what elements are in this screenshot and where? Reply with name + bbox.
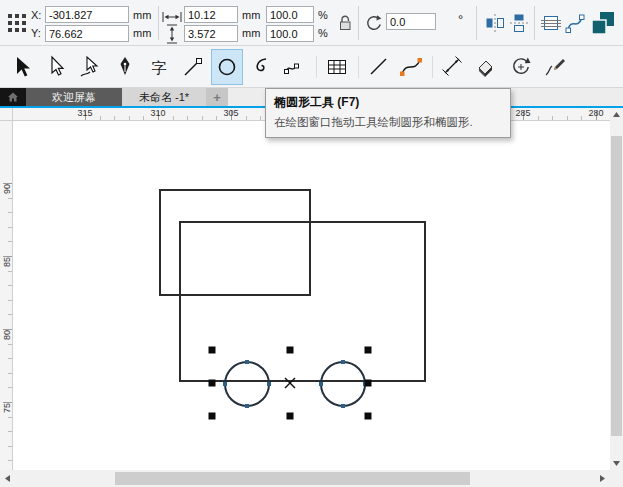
straight-line-tool[interactable] — [364, 50, 394, 84]
object-width-input[interactable] — [184, 6, 238, 23]
bezier-curve-icon — [399, 55, 423, 79]
rotation-icon — [364, 14, 382, 32]
home-tab[interactable] — [0, 88, 26, 106]
shape-tool[interactable] — [40, 50, 70, 84]
ruler-label: 315 — [77, 108, 92, 118]
mirror-vertical-button[interactable] — [508, 11, 530, 35]
scroll-down-button[interactable] — [610, 457, 623, 470]
welcome-tab-label: 欢迎屏幕 — [52, 90, 96, 105]
object-width-icon — [162, 11, 182, 23]
horizontal-scrollbar[interactable] — [0, 470, 610, 487]
ellipse-object-2[interactable] — [321, 362, 365, 406]
ellipse-tool[interactable] — [212, 50, 242, 84]
scale-y-input[interactable] — [266, 25, 314, 42]
freehand-pick-icon — [77, 55, 101, 79]
ruler-label: 305 — [223, 108, 238, 118]
object-position-grid-icon — [6, 12, 28, 34]
selection-handle-bottom-right[interactable] — [365, 413, 372, 420]
pen-nib-icon — [113, 55, 137, 79]
scale-y-unit-label: % — [318, 27, 328, 39]
pick-arrow-icon — [9, 55, 33, 79]
y-unit-label: mm — [133, 27, 151, 39]
ruler-label: 80 — [1, 329, 13, 342]
property-bar: X: mm Y: mm mm mm % % — [0, 0, 623, 46]
new-tab-label: + — [213, 90, 221, 105]
ruler-label: 280 — [588, 108, 603, 118]
vertical-ruler[interactable]: 90858075 — [0, 121, 13, 470]
convert-to-curves-button[interactable] — [564, 11, 586, 35]
separator — [358, 6, 359, 40]
freehand-pick-tool[interactable] — [74, 50, 104, 84]
tab-document[interactable]: 未命名 -1* — [122, 88, 206, 106]
pen-tool[interactable] — [110, 50, 140, 84]
selection-handle-middle-left[interactable] — [209, 380, 216, 387]
selection-handle-top-center[interactable] — [287, 347, 294, 354]
scroll-up-button[interactable] — [610, 108, 623, 121]
scrollbar-corner — [610, 470, 623, 487]
three-point-curve-tool[interactable] — [246, 50, 276, 84]
separator — [534, 6, 535, 40]
rotation-unit-label: ° — [458, 12, 463, 27]
separator — [476, 6, 477, 40]
scale-x-input[interactable] — [266, 6, 314, 23]
new-document-tab-button[interactable]: + — [206, 88, 228, 106]
x-position-input[interactable] — [45, 6, 129, 23]
y-position-input[interactable] — [45, 25, 129, 42]
ruler-label: 285 — [515, 108, 530, 118]
separator — [316, 56, 317, 78]
rotation-angle-input[interactable] — [386, 13, 436, 30]
straight-line-icon — [367, 55, 391, 79]
smart-drawing-tool[interactable] — [540, 50, 570, 84]
separator — [358, 56, 359, 78]
horizontal-scroll-thumb[interactable] — [115, 472, 470, 485]
document-tab-label: 未命名 -1* — [139, 90, 189, 105]
vertical-scrollbar[interactable] — [610, 108, 623, 470]
selection-center-marker — [285, 378, 295, 388]
mirror-horizontal-button[interactable] — [484, 11, 506, 35]
selection-handle-middle-right[interactable] — [365, 380, 372, 387]
table-grid-icon — [325, 55, 349, 79]
scale-x-unit-label: % — [318, 9, 328, 21]
scroll-right-button[interactable] — [595, 470, 610, 487]
shape-arrow-icon — [43, 55, 67, 79]
tab-welcome-screen[interactable]: 欢迎屏幕 — [26, 88, 122, 106]
text-tool[interactable]: 字 — [144, 50, 174, 84]
bezier-tool[interactable] — [396, 50, 426, 84]
separator — [432, 56, 433, 78]
height-unit-label: mm — [242, 27, 260, 39]
drawing-area[interactable] — [13, 121, 610, 470]
wrap-text-button[interactable] — [540, 11, 562, 35]
selection-handle-bottom-left[interactable] — [209, 413, 216, 420]
scroll-up-arrow-icon — [612, 110, 621, 119]
ellipse-node-markers — [223, 360, 367, 408]
selection-handle-top-right[interactable] — [365, 347, 372, 354]
two-point-line-tool[interactable] — [178, 50, 208, 84]
object-height-input[interactable] — [184, 25, 238, 42]
tooltip-title: 椭圆形工具 (F7) — [274, 94, 502, 111]
dimension-icon — [441, 55, 465, 79]
lock-ratio-icon[interactable] — [336, 12, 354, 34]
scroll-down-arrow-icon — [612, 459, 621, 468]
table-tool[interactable] — [322, 50, 352, 84]
ellipse-object-1[interactable] — [225, 362, 269, 406]
ruler-label: 90 — [1, 183, 13, 196]
copy-attributes-button[interactable] — [589, 9, 617, 37]
ruler-label: 75 — [1, 402, 13, 415]
ruler-label: 310 — [150, 108, 165, 118]
selection-handle-top-left[interactable] — [209, 347, 216, 354]
freehand-line-tool[interactable] — [280, 50, 310, 84]
free-transform-tool[interactable] — [506, 50, 536, 84]
dimension-tool[interactable] — [438, 50, 468, 84]
object-height-icon — [166, 24, 178, 44]
rotate-arrows-icon — [509, 55, 533, 79]
smart-drawing-icon — [543, 55, 567, 79]
rectangle-object-1[interactable] — [160, 190, 310, 295]
ruler-corner[interactable] — [0, 108, 13, 121]
scroll-left-button[interactable] — [0, 470, 15, 487]
pick-tool[interactable] — [6, 50, 36, 84]
selection-handle-bottom-center[interactable] — [287, 413, 294, 420]
vertical-scroll-thumb[interactable] — [611, 136, 622, 436]
eraser-tool[interactable] — [472, 50, 502, 84]
rectangle-object-2[interactable] — [180, 222, 425, 381]
drawing-canvas[interactable] — [13, 121, 610, 470]
